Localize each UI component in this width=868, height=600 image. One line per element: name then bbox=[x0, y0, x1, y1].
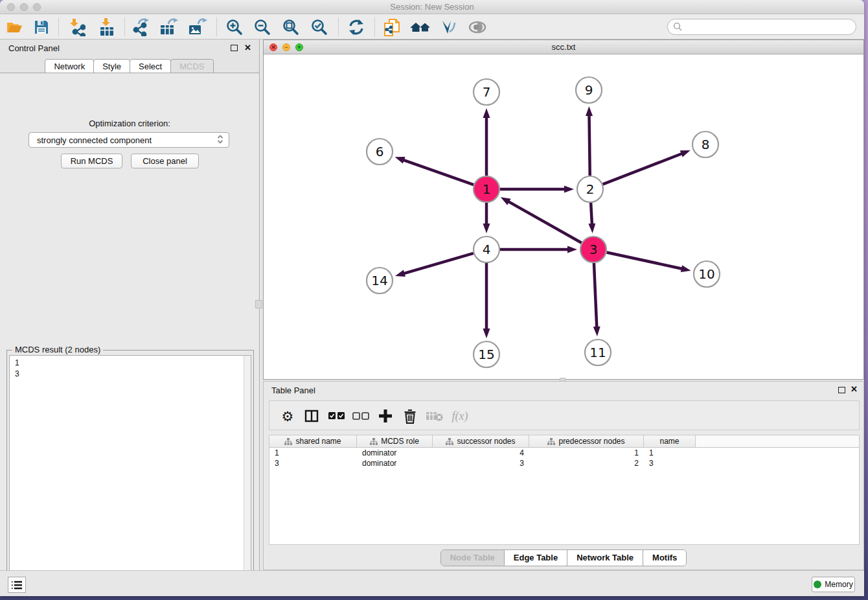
cell-name[interactable]: 3 bbox=[644, 458, 696, 468]
column-tree-icon bbox=[284, 438, 292, 445]
document-share-icon bbox=[383, 17, 401, 37]
cell-name[interactable]: 1 bbox=[644, 448, 696, 458]
select-all-rows-button[interactable] bbox=[326, 406, 347, 426]
edge-1-6[interactable] bbox=[403, 160, 474, 185]
graph-node-label: 15 bbox=[478, 347, 494, 362]
cell-successor-nodes[interactable]: 3 bbox=[433, 458, 529, 468]
cell-predecessor-nodes[interactable]: 1 bbox=[529, 448, 644, 458]
edge-3-11[interactable] bbox=[594, 263, 597, 328]
fx-icon: f(x) bbox=[452, 410, 468, 423]
column-header-MCDS-role[interactable]: MCDS role bbox=[357, 435, 433, 447]
edge-3-10[interactable] bbox=[607, 252, 683, 268]
tab-node-table[interactable]: Node Table bbox=[441, 550, 504, 566]
column-header-name[interactable]: name bbox=[644, 435, 696, 447]
function-builder-button[interactable]: f(x) bbox=[450, 406, 470, 426]
network-canvas[interactable]: 7968124314101511 bbox=[264, 54, 863, 379]
status-bar: Memory bbox=[0, 570, 864, 596]
edge-2-8[interactable] bbox=[603, 154, 683, 185]
tab-motifs[interactable]: Motifs bbox=[643, 550, 686, 566]
export-table-button[interactable] bbox=[158, 17, 180, 38]
export-image-button[interactable] bbox=[187, 17, 209, 38]
import-network-button[interactable] bbox=[65, 17, 87, 38]
tab-network-table[interactable]: Network Table bbox=[567, 550, 643, 566]
home-button[interactable] bbox=[409, 17, 431, 38]
column-label: shared name bbox=[295, 437, 341, 446]
table-row[interactable]: 1dominator411 bbox=[269, 448, 859, 458]
zoom-selected-button[interactable] bbox=[308, 17, 330, 38]
edge-arrowhead bbox=[483, 108, 490, 118]
run-mcds-button[interactable]: Run MCDS bbox=[61, 154, 122, 168]
edge-3-1[interactable] bbox=[508, 202, 582, 243]
edge-2-3[interactable] bbox=[591, 203, 592, 225]
refresh-button[interactable] bbox=[345, 17, 367, 38]
vertical-splitter-handle[interactable] bbox=[255, 300, 262, 308]
deselect-all-rows-button[interactable] bbox=[350, 406, 371, 426]
table-tabs-group: Node TableEdge TableNetwork TableMotifs bbox=[440, 549, 687, 566]
close-panel-button[interactable]: Close panel bbox=[131, 154, 199, 168]
zoom-selected-icon bbox=[311, 19, 328, 36]
column-tree-icon bbox=[547, 438, 555, 445]
cell-MCDS-role[interactable]: dominator bbox=[357, 448, 433, 458]
result-scrollbar[interactable] bbox=[244, 356, 251, 592]
float-table-panel-icon[interactable] bbox=[838, 387, 845, 393]
open-session-button[interactable] bbox=[3, 17, 25, 38]
mcds-result-list[interactable]: 1 3 bbox=[9, 355, 251, 592]
delete-columns-button[interactable] bbox=[400, 406, 420, 426]
table-row[interactable]: 3dominator323 bbox=[269, 458, 859, 468]
cell-shared-name[interactable]: 3 bbox=[269, 458, 357, 468]
zoom-in-button[interactable] bbox=[223, 17, 246, 38]
import-table-button[interactable] bbox=[96, 17, 118, 38]
edge-2-9[interactable] bbox=[589, 115, 589, 176]
edge-4-14[interactable] bbox=[403, 253, 473, 274]
table-options-button[interactable]: ⚙ bbox=[277, 406, 298, 426]
toolbar-separator bbox=[124, 17, 125, 36]
table-panel: Table Panel ✕ ⚙ bbox=[263, 381, 864, 570]
cell-shared-name[interactable]: 1 bbox=[269, 448, 357, 458]
criterion-value: strongly connected component bbox=[37, 135, 152, 145]
graph-node-label: 7 bbox=[483, 84, 491, 100]
show-hide-button[interactable] bbox=[466, 17, 488, 38]
cell-predecessor-nodes[interactable]: 2 bbox=[529, 458, 644, 468]
network-graph[interactable]: 7968124314101511 bbox=[264, 54, 863, 380]
zoom-fit-button[interactable] bbox=[280, 17, 302, 38]
export-network-button[interactable] bbox=[130, 17, 152, 38]
zoom-out-button[interactable] bbox=[251, 17, 273, 38]
open-in-cybrowser-button[interactable] bbox=[381, 17, 403, 38]
graph-node-label: 10 bbox=[698, 266, 714, 282]
network-title: scc.txt bbox=[264, 42, 863, 52]
column-tree-icon bbox=[446, 438, 453, 445]
column-visibility-button[interactable] bbox=[301, 406, 322, 426]
cell-MCDS-role[interactable]: dominator bbox=[357, 458, 433, 468]
edge-arrowhead bbox=[483, 224, 490, 233]
close-panel-icon[interactable]: ✕ bbox=[244, 43, 251, 52]
create-column-button[interactable] bbox=[375, 406, 396, 426]
edge-arrowhead bbox=[501, 197, 511, 205]
node-table: shared nameMCDS rolesuccessor nodesprede… bbox=[269, 435, 860, 545]
save-session-button[interactable] bbox=[30, 17, 52, 38]
column-header-filler bbox=[696, 435, 859, 447]
column-header-shared-name[interactable]: shared name bbox=[269, 435, 357, 447]
session-title: Session: New Session bbox=[0, 2, 864, 12]
control-panel-title: Control Panel bbox=[8, 43, 60, 53]
criterion-select[interactable]: strongly connected component bbox=[29, 132, 229, 148]
toolbar-separator bbox=[374, 17, 375, 36]
search-input[interactable] bbox=[667, 19, 856, 35]
column-header-successor-nodes[interactable]: successor nodes bbox=[433, 435, 529, 447]
column-header-predecessor-nodes[interactable]: predecessor nodes bbox=[529, 435, 644, 447]
cell-successor-nodes[interactable]: 4 bbox=[433, 448, 529, 458]
vizmapper-button[interactable] bbox=[437, 17, 459, 38]
column-tree-icon bbox=[370, 438, 378, 445]
mcds-result-title: MCDS result (2 nodes) bbox=[12, 345, 103, 354]
memory-button[interactable]: Memory bbox=[812, 577, 855, 592]
refresh-icon bbox=[348, 19, 365, 36]
import-table-icon bbox=[98, 18, 116, 36]
column-label: successor nodes bbox=[457, 437, 515, 446]
float-panel-icon[interactable] bbox=[231, 45, 238, 51]
tab-edge-table[interactable]: Edge Table bbox=[504, 550, 567, 566]
task-history-button[interactable] bbox=[8, 577, 26, 593]
close-table-panel-icon[interactable]: ✕ bbox=[851, 384, 858, 394]
graph-node-label: 1 bbox=[483, 181, 491, 197]
vizmapper-icon bbox=[440, 19, 457, 36]
toolbar-separator bbox=[58, 17, 59, 36]
delete-table-button[interactable] bbox=[424, 406, 445, 426]
